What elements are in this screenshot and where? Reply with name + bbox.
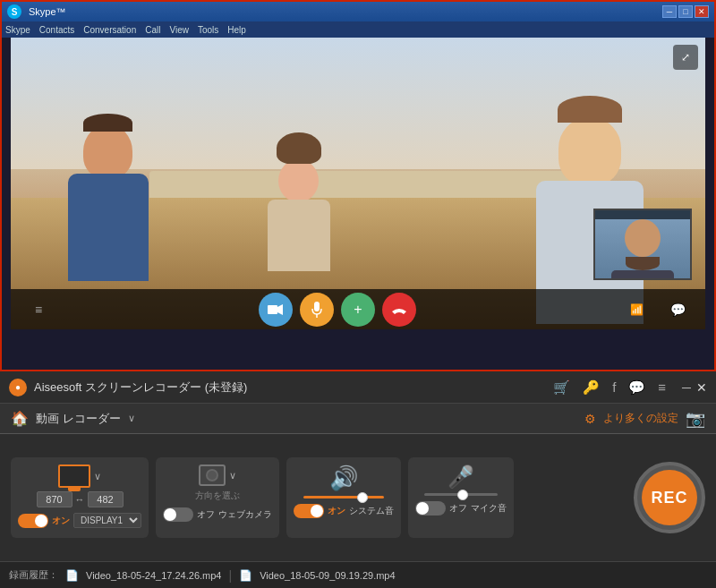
toggle-knob [311, 505, 323, 517]
mic-toggle-off-label: オフ [449, 502, 467, 515]
display-dimensions: ↔ [37, 491, 124, 507]
chat-icon[interactable]: 💬 [628, 379, 645, 396]
menu-conversation[interactable]: Conversation [83, 25, 136, 35]
minimize-button[interactable]: ─ [662, 5, 677, 18]
display-toggle[interactable] [18, 514, 48, 528]
svg-marker-1 [277, 304, 283, 315]
maximize-button[interactable]: □ [678, 5, 693, 18]
mic-toggle-row: オフ マイク音 [415, 501, 507, 516]
chat-button[interactable]: 💬 [661, 293, 695, 327]
small-body [611, 270, 674, 280]
svg-rect-2 [314, 302, 320, 311]
close-button[interactable]: ✕ [695, 5, 709, 18]
more-settings-button[interactable]: より多くの設定 [603, 411, 678, 426]
end-call-button[interactable] [382, 293, 416, 327]
body-left [68, 174, 149, 281]
skype-window: S Skype™ ─ □ ✕ Skype Contacts Conversati… [0, 0, 716, 371]
list-button[interactable]: ≡ [21, 293, 55, 327]
toggle-knob [35, 515, 47, 527]
mode-dropdown-arrow[interactable]: ∨ [128, 413, 135, 424]
history-item-2[interactable]: Video_18-05-09_09.19.29.mp4 [260, 570, 395, 581]
head-middle [278, 159, 319, 202]
slider-knob [357, 492, 368, 503]
webcam-toggle-off-label: オフ [197, 508, 215, 521]
facebook-icon[interactable]: f [612, 379, 616, 395]
head-right [558, 118, 621, 185]
signal-icon: 📶 [619, 293, 653, 327]
mic-panel-top: 🎤 [415, 464, 507, 490]
add-participant-button[interactable]: + [341, 293, 375, 327]
webcam-icon [199, 464, 226, 486]
menu-help[interactable]: Help [227, 25, 246, 35]
recorder-main: ∨ ↔ オン DISPLAY1 [0, 434, 716, 561]
webcam-dropdown-arrow[interactable]: ∨ [229, 470, 236, 481]
webcam-lens [206, 469, 218, 481]
recorder-toolbar-icons: 🛒 🔑 f 💬 ≡ [553, 379, 666, 396]
recorder-title: Aiseesoft スクリーンレコーダー (未登録) [34, 379, 546, 396]
system-audio-top: 🔊 [294, 464, 394, 492]
skype-title: Skype™ [29, 6, 655, 17]
home-icon[interactable]: 🏠 [11, 410, 29, 427]
webcam-label: ウェブカメラ [218, 508, 272, 521]
recorder-minimize-button[interactable]: ─ [682, 380, 691, 395]
history-bar: 録画履歴： 📄 Video_18-05-24_17.24.26.mp4 | 📄 … [0, 561, 716, 588]
person-right [509, 91, 670, 315]
video-button[interactable] [259, 293, 293, 327]
system-audio-toggle[interactable] [294, 504, 324, 518]
cart-icon[interactable]: 🛒 [553, 379, 570, 396]
menu-skype[interactable]: Skype [5, 25, 30, 35]
recorder-toolbar: 🏠 動画 レコーダー ∨ ⚙ より多くの設定 📷 [0, 404, 716, 434]
recorder-window-controls: ─ ✕ [682, 380, 707, 395]
mic-button[interactable] [300, 293, 334, 327]
display-panel-top: ∨ [18, 464, 141, 488]
menu-call[interactable]: Call [145, 25, 160, 35]
system-audio-toggle-on-label: オン [328, 505, 345, 517]
person-middle [254, 128, 344, 271]
webcam-toggle-row: オフ ウェブカメラ [163, 507, 272, 522]
file-icon-2: 📄 [239, 569, 252, 582]
expand-button[interactable]: ⤢ [673, 45, 698, 70]
system-audio-slider[interactable] [303, 496, 384, 499]
mic-icon: 🎤 [448, 464, 474, 490]
menu-contacts[interactable]: Contacts [39, 25, 74, 35]
call-controls: ≡ + 📶 💬 [11, 289, 705, 329]
main-video: ⤢ [11, 38, 705, 329]
svg-rect-0 [268, 305, 277, 314]
system-audio-toggle-row: オン システム音 [294, 504, 394, 518]
height-input[interactable] [88, 491, 124, 507]
mic-toggle[interactable] [415, 501, 446, 516]
skype-menubar: Skype Contacts Conversation Call View To… [2, 21, 714, 38]
menu-view[interactable]: View [169, 25, 189, 35]
head-left [83, 124, 132, 178]
display-select[interactable]: DISPLAY1 [73, 513, 141, 528]
rec-button[interactable]: REC [634, 462, 705, 533]
history-separator: | [228, 568, 232, 583]
menu-icon[interactable]: ≡ [658, 379, 666, 395]
body-middle [268, 200, 330, 271]
system-audio-panel: 🔊 オン システム音 [286, 457, 401, 538]
hair-left [83, 114, 132, 132]
rec-label: REC [642, 470, 697, 525]
recorder-close-button[interactable]: ✕ [696, 380, 707, 395]
mode-label: 動画 レコーダー [36, 411, 121, 427]
toggle-knob [416, 502, 429, 515]
menu-tools[interactable]: Tools [198, 25, 218, 35]
hair-right [558, 96, 622, 123]
webcam-sublabel: 方向を選ぶ [195, 490, 240, 502]
speaker-icon: 🔊 [329, 464, 358, 492]
key-icon[interactable]: 🔑 [583, 379, 600, 396]
mic-slider[interactable] [424, 493, 498, 496]
skype-logo-icon: S [7, 4, 21, 19]
display-dropdown-arrow[interactable]: ∨ [94, 471, 101, 482]
system-audio-label: システム音 [349, 505, 394, 517]
recorder-logo-icon: ● [9, 379, 27, 396]
width-input[interactable] [37, 491, 72, 507]
webcam-toggle[interactable] [163, 507, 193, 522]
snapshot-icon[interactable]: 📷 [686, 409, 705, 429]
person-left [46, 107, 171, 285]
screen-icon [58, 464, 90, 488]
hair-middle [277, 132, 321, 164]
history-item-1[interactable]: Video_18-05-24_17.24.26.mp4 [86, 570, 221, 581]
mic-panel: 🎤 オフ マイク音 [408, 457, 514, 538]
dimension-separator: ↔ [75, 494, 85, 505]
